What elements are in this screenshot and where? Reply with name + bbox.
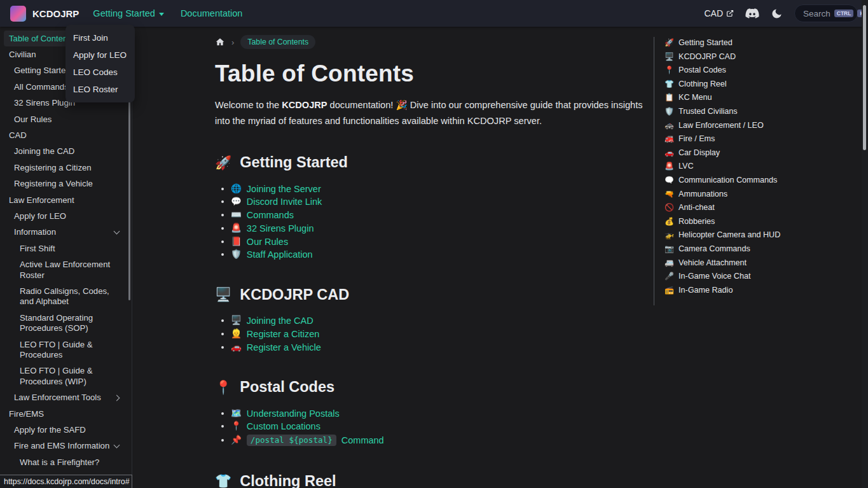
sidebar-item-cad[interactable]: CAD [4, 127, 128, 143]
dropdown-item[interactable]: LEO Roster [65, 81, 135, 98]
toc-link[interactable]: Fire / Ems [679, 134, 715, 143]
dropdown-item[interactable]: LEO Codes [65, 64, 135, 81]
toc-item[interactable]: 🔫Ammunations [665, 190, 857, 199]
toc-item[interactable]: 🚫Anti-cheat [665, 203, 857, 212]
home-icon[interactable] [215, 37, 225, 47]
section-heading: 🖥️KCDOJRP CAD [215, 286, 645, 303]
bullet-dot-icon [221, 412, 224, 415]
toc-link[interactable]: Ammunations [679, 190, 727, 199]
content-link[interactable]: Commands [247, 210, 294, 220]
sidebar-item-label: Active Law Enforcement Roster [20, 260, 110, 279]
toc-item[interactable]: 🖥️KCDOJRP CAD [665, 52, 857, 61]
content-link[interactable]: Staff Application [247, 249, 313, 260]
cad-external-link[interactable]: CAD [704, 8, 734, 18]
toc-emoji-icon: 🔫 [665, 190, 674, 199]
item-emoji-icon: 💬 [231, 197, 242, 207]
brand-logo-icon [10, 6, 26, 22]
content-link[interactable]: Custom Locations [247, 421, 320, 431]
toc-item[interactable]: 🚁Helicopter Camera and HUD [665, 230, 857, 239]
sidebar-item-law-enforcement[interactable]: Law Enforcement [4, 192, 128, 208]
content-link[interactable]: Our Rules [247, 237, 288, 247]
search-input[interactable]: Search CTRL K [794, 4, 858, 22]
sidebar-item-active-law-enforcement-roster[interactable]: Active Law Enforcement Roster [4, 257, 128, 284]
sidebar-item-apply-for-leo[interactable]: Apply for LEO [4, 208, 128, 224]
sidebar-item-fire-ems[interactable]: Fire/EMS [4, 406, 128, 422]
page-title: Table of Contents [215, 60, 645, 87]
toc-link[interactable]: Helicopter Camera and HUD [679, 230, 780, 239]
sidebar-item-law-enforcement-tools[interactable]: Law Enforcement Tools [4, 390, 128, 406]
sidebar-item-apply-for-the-safd[interactable]: Apply for the SAFD [4, 422, 128, 438]
toc-link[interactable]: Law Enforcement / LEO [679, 121, 764, 130]
toc-item[interactable]: 🚀Getting Started [665, 38, 857, 47]
sidebar-item-label: CAD [9, 130, 27, 140]
dark-mode-toggle-moon-icon[interactable] [771, 8, 783, 20]
toc-link[interactable]: Anti-cheat [679, 203, 715, 212]
sidebar-item-leo-fto-guide-procedures-wip[interactable]: LEO FTO | Guide & Procedures (WIP) [4, 363, 128, 390]
toc-item[interactable]: 📍Postal Codes [665, 66, 857, 74]
toc-item[interactable]: 🚒Fire / Ems [665, 134, 857, 143]
toc-item[interactable]: 🎤In-Game Voice Chat [665, 272, 857, 281]
dropdown-item[interactable]: First Join [65, 29, 135, 46]
toc-item[interactable]: 🚓Law Enforcement / LEO [665, 121, 857, 130]
toc-item[interactable]: 🚐Vehicle Attachment [665, 258, 857, 267]
content-link[interactable]: Register a Citizen [247, 329, 319, 339]
toc-item[interactable]: 🚗Car Display [665, 148, 857, 157]
sidebar-item-leo-fto-guide-procedures[interactable]: LEO FTO | Guide & Procedures [4, 337, 128, 363]
toc-link[interactable]: In-Game Voice Chat [679, 272, 750, 281]
toc-link[interactable]: Clothing Reel [679, 80, 727, 88]
sidebar-item-radio-callsigns-codes-and-alphabet[interactable]: Radio Callsigns, Codes, and Alphabet [4, 284, 128, 310]
toc-link[interactable]: LVC [679, 162, 694, 171]
discord-icon[interactable] [745, 8, 759, 19]
content-link[interactable]: Command [341, 435, 384, 445]
toc-item[interactable]: 🚨LVC [665, 162, 857, 171]
toc-link[interactable]: Camera Commands [679, 244, 750, 253]
section-title: Postal Codes [240, 379, 334, 396]
sidebar-item-standard-operating-procedures-sop[interactable]: Standard Operating Procedures (SOP) [4, 310, 128, 337]
content-link[interactable]: Understanding Postals [247, 408, 340, 419]
toc-link[interactable]: In-Game Radio [679, 286, 733, 295]
sidebar-item-information[interactable]: Information [4, 225, 128, 241]
toc-link[interactable]: KCDOJRP CAD [679, 52, 736, 61]
toc-link[interactable]: Getting Started [679, 38, 733, 47]
sidebar-scrollbar[interactable] [128, 90, 130, 300]
sidebar-item-first-shift[interactable]: First Shift [4, 241, 128, 256]
nav-link-getting-started[interactable]: Getting Started [93, 8, 164, 18]
toc-link[interactable]: Robberies [679, 217, 715, 226]
sidebar-item-what-is-a-firefighter[interactable]: What is a Firefighter? [4, 454, 128, 470]
toc-item[interactable]: 📷Camera Commands [665, 244, 857, 253]
toc-emoji-icon: 📍 [665, 66, 674, 74]
nav-link-documentation[interactable]: Documentation [181, 8, 243, 18]
sidebar-item-our-rules[interactable]: Our Rules [4, 111, 128, 127]
section-emoji-icon: 🖥️ [215, 287, 231, 302]
toc-link[interactable]: Car Display [679, 148, 720, 157]
toc-item[interactable]: 🛡️Trusted Civilians [665, 107, 857, 116]
toc-item[interactable]: 📋KC Menu [665, 93, 857, 102]
content-link[interactable]: 32 Sirens Plugin [247, 223, 314, 234]
browser-scrollbar[interactable] [862, 0, 868, 488]
content-link[interactable]: Register a Vehicle [247, 342, 321, 352]
search-placeholder: Search [803, 9, 830, 18]
sidebar-item-registering-a-citizen[interactable]: Registering a Citizen [4, 160, 128, 176]
toc-link[interactable]: Postal Codes [679, 66, 726, 74]
sidebar-item-joining-the-cad[interactable]: Joining the CAD [4, 144, 128, 160]
content-link[interactable]: Discord Invite Link [247, 197, 322, 207]
scrollbar-thumb[interactable] [863, 5, 866, 150]
toc-link[interactable]: Communication Commands [679, 176, 777, 185]
toc-link[interactable]: KC Menu [679, 93, 712, 102]
sidebar-item-fire-and-ems-information[interactable]: Fire and EMS Information [4, 438, 128, 454]
breadcrumb-current[interactable]: Table of Contents [240, 35, 315, 49]
toc-link[interactable]: Vehicle Attachment [679, 258, 747, 267]
toc-item[interactable]: 👕Clothing Reel [665, 80, 857, 88]
sidebar-item-label: Getting Started [14, 66, 71, 75]
sidebar-item-registering-a-vehicle[interactable]: Registering a Vehicle [4, 176, 128, 192]
content-link[interactable]: Joining the Server [247, 184, 321, 194]
brand[interactable]: KCDOJRP [10, 6, 79, 22]
status-url: https://docs.kcdojrp.com/docs/intro# [4, 477, 130, 486]
dropdown-item[interactable]: Apply for LEO [65, 46, 135, 64]
toc-item[interactable]: 💰Robberies [665, 217, 857, 226]
toc-link[interactable]: Trusted Civilians [679, 107, 738, 116]
toc-item[interactable]: 🗨️Communication Commands [665, 176, 857, 185]
content-link[interactable]: Joining the CAD [247, 316, 313, 326]
toc-item[interactable]: 📻In-Game Radio [665, 286, 857, 295]
bullet-dot-icon [221, 439, 224, 442]
